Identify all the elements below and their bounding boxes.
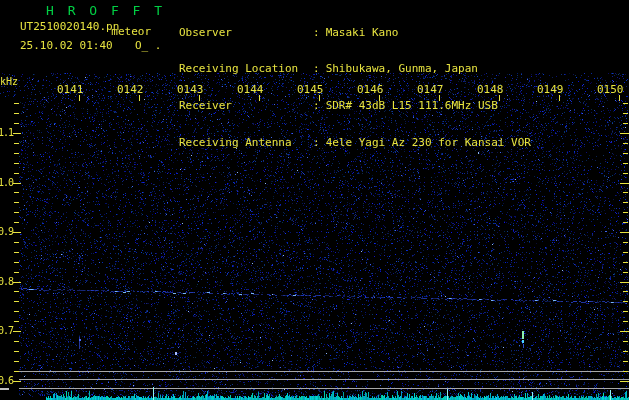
- colon-separator: :: [313, 62, 320, 75]
- info-row-antenna: Receiving Antenna:4ele Yagi Az 230 for K…: [179, 137, 531, 149]
- echo-counter: O_ .: [135, 40, 162, 52]
- info-value: SDR# 43dB L15 111.6MHz USB: [326, 99, 498, 112]
- info-label: Receiver: [179, 100, 313, 112]
- info-row-receiver: Receiver:SDR# 43dB L15 111.6MHz USB: [179, 100, 531, 112]
- info-value: 4ele Yagi Az 230 for Kansai VOR: [326, 136, 531, 149]
- info-label: Receiving Location: [179, 63, 313, 75]
- info-value: Masaki Kano: [326, 26, 399, 39]
- output-filename: UT2510020140.pnmeteor: [20, 21, 151, 33]
- colon-separator: :: [313, 99, 320, 112]
- station-info: Observer:Masaki Kano Receiving Location:…: [179, 2, 531, 174]
- info-value: Shibukawa, Gunma, Japan: [326, 62, 478, 75]
- info-row-observer: Observer:Masaki Kano: [179, 27, 531, 39]
- hrofft-screen: H R O F F T UT2510020140.pnmeteor 25.10.…: [0, 0, 629, 400]
- info-label: Receiving Antenna: [179, 137, 313, 149]
- filename-text: UT2510020140.pn: [20, 20, 119, 33]
- info-label: Observer: [179, 27, 313, 39]
- timestamp: 25.10.02 01:40O_ .: [20, 40, 113, 52]
- app-title: H R O F F T: [46, 4, 165, 18]
- colon-separator: :: [313, 136, 320, 149]
- colon-separator: :: [313, 26, 320, 39]
- info-row-location: Receiving Location:Shibukawa, Gunma, Jap…: [179, 63, 531, 75]
- datetime-text: 25.10.02 01:40: [20, 39, 113, 52]
- observation-mode-label: meteor: [111, 26, 151, 38]
- freq-axis-unit: kHz: [0, 77, 18, 88]
